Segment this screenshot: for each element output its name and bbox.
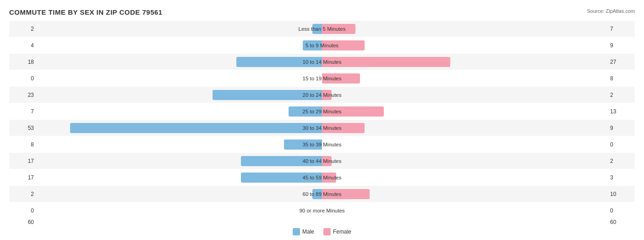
axis-row: 60 60 bbox=[9, 219, 635, 225]
source-label: Source: ZipAtlas.com bbox=[587, 8, 635, 14]
female-bar bbox=[322, 173, 336, 183]
male-bar bbox=[236, 57, 322, 67]
male-value: 8 bbox=[9, 141, 37, 148]
female-value: 10 bbox=[607, 191, 635, 197]
female-bar bbox=[322, 24, 355, 34]
female-bar bbox=[322, 156, 332, 166]
male-bar bbox=[284, 140, 322, 150]
bars-container: 15 to 19 Minutes bbox=[37, 70, 607, 86]
male-value: 4 bbox=[9, 42, 37, 49]
bars-container: 5 to 9 Minutes bbox=[37, 37, 607, 53]
male-swatch bbox=[293, 228, 300, 235]
bars-container: 35 to 39 Minutes bbox=[37, 136, 607, 152]
female-value: 9 bbox=[607, 125, 635, 131]
bars-container: 10 to 14 Minutes bbox=[37, 54, 607, 70]
female-swatch bbox=[323, 228, 331, 235]
female-value: 3 bbox=[607, 174, 635, 181]
row-label: 90 or more Minutes bbox=[299, 208, 344, 213]
male-bar bbox=[303, 40, 322, 50]
bars-container: 20 to 24 Minutes bbox=[37, 87, 607, 103]
female-value: 9 bbox=[607, 42, 635, 49]
male-value: 0 bbox=[9, 75, 37, 82]
male-value: 17 bbox=[9, 174, 37, 181]
chart-row: 45 to 9 Minutes9 bbox=[9, 37, 635, 53]
male-value: 18 bbox=[9, 59, 37, 65]
bars-container: 40 to 44 Minutes bbox=[37, 153, 607, 169]
female-bar bbox=[322, 123, 365, 133]
legend: Male Female bbox=[9, 228, 635, 235]
chart-row: 090 or more Minutes0 bbox=[9, 202, 635, 218]
male-value: 2 bbox=[9, 26, 37, 32]
male-bar bbox=[289, 106, 322, 117]
chart-row: 2320 to 24 Minutes2 bbox=[9, 87, 635, 103]
axis-left-label: 60 bbox=[9, 219, 37, 225]
male-value: 23 bbox=[9, 92, 37, 98]
chart-title: COMMUTE TIME BY SEX IN ZIP CODE 79561 bbox=[9, 8, 635, 16]
bars-container: 45 to 59 Minutes bbox=[37, 169, 607, 185]
chart-row: 2Less than 5 Minutes7 bbox=[9, 21, 635, 37]
female-bar bbox=[322, 106, 384, 117]
bars-container: 60 to 89 Minutes bbox=[37, 186, 607, 202]
male-bar bbox=[312, 189, 322, 199]
chart-row: 1810 to 14 Minutes27 bbox=[9, 54, 635, 70]
bars-container: 30 to 34 Minutes bbox=[37, 120, 607, 136]
female-bar bbox=[322, 73, 360, 84]
male-bar bbox=[70, 123, 322, 133]
chart-row: 1745 to 59 Minutes3 bbox=[9, 169, 635, 185]
female-value: 2 bbox=[607, 92, 635, 98]
female-bar bbox=[322, 40, 365, 50]
male-value: 2 bbox=[9, 191, 37, 197]
female-value: 8 bbox=[607, 75, 635, 82]
female-bar bbox=[322, 90, 332, 100]
male-value: 7 bbox=[9, 108, 37, 115]
chart-row: 1740 to 44 Minutes2 bbox=[9, 153, 635, 169]
chart-row: 015 to 19 Minutes8 bbox=[9, 70, 635, 86]
female-value: 13 bbox=[607, 108, 635, 115]
bars-container: 90 or more Minutes bbox=[37, 202, 607, 218]
male-value: 17 bbox=[9, 158, 37, 164]
female-value: 2 bbox=[607, 158, 635, 164]
bars-container: 25 to 29 Minutes bbox=[37, 103, 607, 119]
female-value: 0 bbox=[607, 207, 635, 214]
female-value: 0 bbox=[607, 141, 635, 148]
male-bar bbox=[213, 90, 322, 100]
male-bar bbox=[241, 156, 322, 166]
female-bar bbox=[322, 189, 370, 199]
male-value: 53 bbox=[9, 125, 37, 131]
axis-right-label: 60 bbox=[607, 219, 635, 225]
bars-container: Less than 5 Minutes bbox=[37, 21, 607, 37]
male-value: 0 bbox=[9, 207, 37, 214]
male-bar bbox=[241, 173, 322, 183]
legend-female: Female bbox=[323, 228, 351, 235]
chart-area: 2Less than 5 Minutes745 to 9 Minutes9181… bbox=[9, 21, 635, 218]
chart-row: 5330 to 34 Minutes9 bbox=[9, 120, 635, 136]
male-label: Male bbox=[302, 229, 314, 235]
female-value: 7 bbox=[607, 26, 635, 32]
male-bar bbox=[312, 24, 322, 34]
female-label: Female bbox=[333, 229, 351, 235]
legend-male: Male bbox=[293, 228, 314, 235]
chart-row: 835 to 39 Minutes0 bbox=[9, 136, 635, 152]
page-container: COMMUTE TIME BY SEX IN ZIP CODE 79561 So… bbox=[0, 0, 644, 240]
female-bar bbox=[322, 57, 450, 67]
chart-row: 725 to 29 Minutes13 bbox=[9, 103, 635, 119]
female-value: 27 bbox=[607, 59, 635, 65]
chart-row: 260 to 89 Minutes10 bbox=[9, 186, 635, 202]
